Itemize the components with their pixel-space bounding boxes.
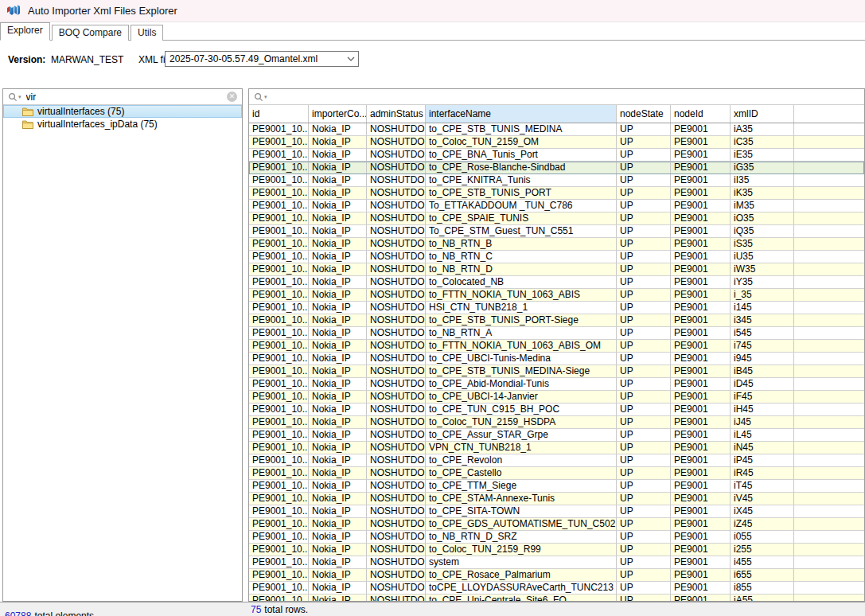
table-row[interactable]: PE9001_10....Nokia_IPNOSHUTDO...to_CPE_S… xyxy=(249,123,864,136)
table-row[interactable]: PE9001_10....Nokia_IPNOSHUTDO...to_Coloc… xyxy=(249,276,864,289)
table-row[interactable]: PE9001_10....Nokia_IPNOSHUTDO...to_CPE_U… xyxy=(249,595,864,601)
tree-item[interactable]: virtualInterfaces_ipData (75) xyxy=(3,118,242,131)
table-row[interactable]: PE9001_10....Nokia_IPNOSHUTDO...HSI_CTN_… xyxy=(249,302,864,314)
table-cell: Nokia_IP xyxy=(309,416,367,429)
table-row[interactable]: PE9001_10....Nokia_IPNOSHUTDO...VPN_CTN_… xyxy=(249,442,864,454)
tree-list: virtualInterfaces (75)virtualInterfaces_… xyxy=(3,105,242,131)
table-cell: PE9001 xyxy=(671,454,731,467)
table-row[interactable]: PE9001_10....Nokia_IPNOSHUTDO...systemUP… xyxy=(249,556,864,569)
table-row[interactable]: PE9001_10....Nokia_IPNOSHUTDO...To_CPE_S… xyxy=(249,225,864,238)
table-cell: NOSHUTDO... xyxy=(367,212,426,225)
table-row[interactable]: PE9001_10....Nokia_IPNOSHUTDO...to_Coloc… xyxy=(249,544,864,556)
table-cell: UP xyxy=(617,505,671,518)
table-row[interactable]: PE9001_10....Nokia_IPNOSHUTDO...to_CPE_C… xyxy=(249,467,864,480)
table-cell-filler xyxy=(794,123,864,136)
table-cell: To_ETTAKADDOUM _TUN_C786 xyxy=(426,200,617,212)
table-row[interactable]: PE9001_10....Nokia_IPNOSHUTDO...to_NB_RT… xyxy=(249,238,864,251)
tab-strip: ExplorerBOQ CompareUtils xyxy=(0,22,865,41)
table-cell: i855 xyxy=(731,582,794,595)
table-cell: NOSHUTDO... xyxy=(367,174,426,187)
table-cell: Nokia_IP xyxy=(309,378,367,391)
tree-search-input[interactable]: vir xyxy=(26,92,227,103)
table-cell: UP xyxy=(617,123,671,136)
table-row[interactable]: PE9001_10....Nokia_IPNOSHUTDO...to_CPE_R… xyxy=(249,454,864,467)
table-cell: to_FTTN_NOKIA_TUN_1063_ABIS xyxy=(426,289,617,302)
column-header-xmlid[interactable]: xmlID xyxy=(731,105,794,123)
table-row[interactable]: PE9001_10....Nokia_IPNOSHUTDO...to_CPE_K… xyxy=(249,174,864,187)
column-header-nodestate[interactable]: nodeState xyxy=(617,105,671,123)
search-options-chevron-icon[interactable]: ▾ xyxy=(18,94,21,100)
table-row[interactable]: PE9001_10....Nokia_IPNOSHUTDO...to_NB_RT… xyxy=(249,251,864,263)
table-row[interactable]: PE9001_10....Nokia_IPNOSHUTDO...to_CPE_S… xyxy=(249,314,864,327)
search-options-chevron-icon[interactable]: ▾ xyxy=(264,94,267,100)
search-icon xyxy=(254,92,263,102)
column-header-importerco[interactable]: importerCo... xyxy=(309,105,367,123)
table-cell: NOSHUTDO... xyxy=(367,162,426,174)
tab-explorer[interactable]: Explorer xyxy=(0,22,50,41)
table-row[interactable]: PE9001_10....Nokia_IPNOSHUTDO...to_CPE_T… xyxy=(249,404,864,416)
table-cell: PE9001 xyxy=(671,327,731,340)
table-cell: toCPE_LLOYDASSURAveCarth_TUNC213 xyxy=(426,582,617,595)
table-row[interactable]: PE9001_10....Nokia_IPNOSHUTDO...to_CPE_S… xyxy=(249,212,864,225)
table-cell: NOSHUTDO... xyxy=(367,340,426,353)
table-row[interactable]: PE9001_10....Nokia_IPNOSHUTDO...to_Coloc… xyxy=(249,416,864,429)
table-row[interactable]: PE9001_10....Nokia_IPNOSHUTDO...to_CPE_U… xyxy=(249,353,864,365)
table-row[interactable]: PE9001_10....Nokia_IPNOSHUTDO...to_CPE_G… xyxy=(249,518,864,531)
table-cell: PE9001 xyxy=(671,429,731,442)
tree-item[interactable]: virtualInterfaces (75) xyxy=(3,105,242,118)
table-row[interactable]: PE9001_10....Nokia_IPNOSHUTDO...to_FTTN_… xyxy=(249,340,864,353)
table-row[interactable]: PE9001_10....Nokia_IPNOSHUTDO...to_CPE_S… xyxy=(249,187,864,200)
table-cell: iZ45 xyxy=(731,518,794,531)
tab-boq-compare[interactable]: BOQ Compare xyxy=(52,25,129,41)
table-row[interactable]: PE9001_10....Nokia_IPNOSHUTDO...to_CPE_U… xyxy=(249,391,864,404)
column-header-interfacename[interactable]: interfaceName xyxy=(426,105,617,123)
table-cell: i945 xyxy=(731,353,794,365)
table-cell: i745 xyxy=(731,340,794,353)
table-row[interactable]: PE9001_10....Nokia_IPNOSHUTDO...to_NB_RT… xyxy=(249,531,864,544)
table-row[interactable]: PE9001_10....Nokia_IPNOSHUTDO...to_NB_RT… xyxy=(249,263,864,276)
table-cell: PE9001 xyxy=(671,123,731,136)
table-cell: PE9001_10.... xyxy=(249,505,309,518)
table-cell: UP xyxy=(617,136,671,149)
table-search-box[interactable]: ▾ xyxy=(249,89,864,105)
column-header-id[interactable]: id xyxy=(249,105,309,123)
tab-utils[interactable]: Utils xyxy=(131,25,163,41)
table-cell: PE9001 xyxy=(671,225,731,238)
table-row[interactable]: PE9001_10....Nokia_IPNOSHUTDO...to_FTTN_… xyxy=(249,289,864,302)
table-status-count: 75 xyxy=(251,604,261,615)
table-cell: UP xyxy=(617,174,671,187)
table-cell: iK35 xyxy=(731,187,794,200)
xml-file-select[interactable]: 2025-07-30-05.57.49_Omantel.xml xyxy=(165,51,359,67)
table-cell: iD45 xyxy=(731,378,794,391)
table-cell: Nokia_IP xyxy=(309,531,367,544)
table-row[interactable]: PE9001_10....Nokia_IPNOSHUTDO...to_CPE_S… xyxy=(249,505,864,518)
clear-search-icon[interactable]: ✕ xyxy=(227,92,237,102)
table-cell: UP xyxy=(617,353,671,365)
table-row[interactable]: PE9001_10....Nokia_IPNOSHUTDO...to_CPE_B… xyxy=(249,149,864,162)
table-cell: Nokia_IP xyxy=(309,556,367,569)
column-header-adminstatus[interactable]: adminStatus xyxy=(367,105,426,123)
table-cell: to_NB_RTN_D_SRZ xyxy=(426,531,617,544)
table-row[interactable]: PE9001_10....Nokia_IPNOSHUTDO...to_CPE_A… xyxy=(249,429,864,442)
table-cell: UP xyxy=(617,327,671,340)
table-row[interactable]: PE9001_10....Nokia_IPNOSHUTDO...To_ETTAK… xyxy=(249,200,864,212)
table-row[interactable]: PE9001_10....Nokia_IPNOSHUTDO...to_CPE_S… xyxy=(249,365,864,378)
table-cell: PE9001_10.... xyxy=(249,544,309,556)
table-row[interactable]: PE9001_10....Nokia_IPNOSHUTDO...to_CPE_S… xyxy=(249,493,864,505)
table-cell: Nokia_IP xyxy=(309,251,367,263)
table-cell: to_Coloc_TUN_2159_R99 xyxy=(426,544,617,556)
table-cell: Nokia_IP xyxy=(309,123,367,136)
table-row[interactable]: PE9001_10....Nokia_IPNOSHUTDO...to_CPE_R… xyxy=(249,162,864,174)
table-cell: system xyxy=(426,556,617,569)
table-cell: iG35 xyxy=(731,162,794,174)
table-row[interactable]: PE9001_10....Nokia_IPNOSHUTDO...to_NB_RT… xyxy=(249,327,864,340)
tree-search-box[interactable]: ▾ vir ✕ xyxy=(3,89,242,105)
table-row[interactable]: PE9001_10....Nokia_IPNOSHUTDO...to_CPE_T… xyxy=(249,480,864,493)
table-cell: Nokia_IP xyxy=(309,429,367,442)
table-cell: Nokia_IP xyxy=(309,263,367,276)
table-row[interactable]: PE9001_10....Nokia_IPNOSHUTDO...to_CPE_A… xyxy=(249,378,864,391)
table-row[interactable]: PE9001_10....Nokia_IPNOSHUTDO...toCPE_LL… xyxy=(249,582,864,595)
table-row[interactable]: PE9001_10....Nokia_IPNOSHUTDO...to_Coloc… xyxy=(249,136,864,149)
table-row[interactable]: PE9001_10....Nokia_IPNOSHUTDO...to_CPE_R… xyxy=(249,569,864,582)
column-header-nodeid[interactable]: nodeId xyxy=(671,105,731,123)
